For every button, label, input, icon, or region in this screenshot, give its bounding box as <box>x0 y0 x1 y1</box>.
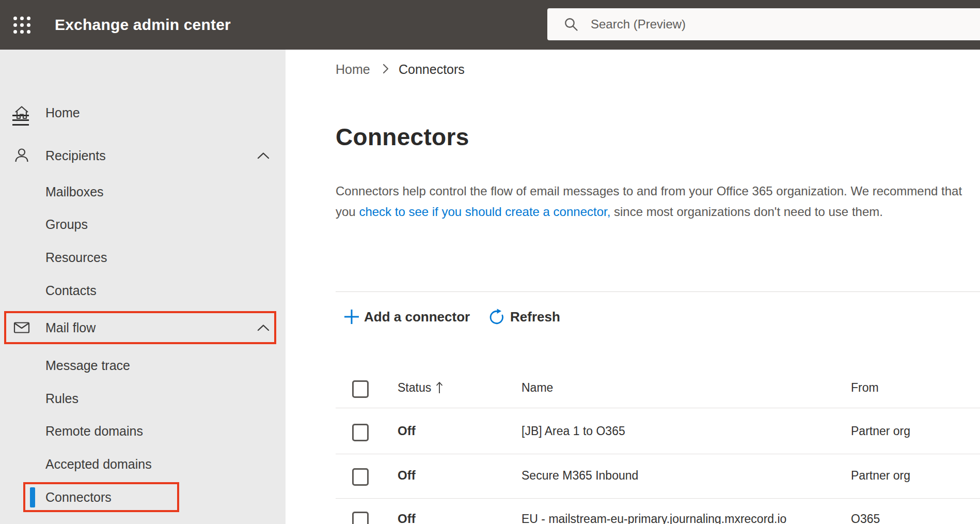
sidebar-item-resources[interactable]: Resources <box>0 244 286 270</box>
page-title: Connectors <box>336 123 469 151</box>
sidebar-item-rules[interactable]: Rules <box>0 386 286 411</box>
sidebar-item-groups[interactable]: Groups <box>0 211 286 237</box>
breadcrumb-chevron-icon <box>382 63 389 74</box>
plus-icon <box>343 309 360 325</box>
sidebar-item-connectors[interactable]: Connectors <box>0 484 286 510</box>
connector-from: Partner org <box>851 468 910 483</box>
sidebar-item-accepted-domains[interactable]: Accepted domains <box>0 451 286 477</box>
top-bar: Exchange admin center <box>0 0 980 50</box>
selected-item-indicator <box>30 487 35 507</box>
chevron-up-icon[interactable] <box>257 324 270 331</box>
sidebar-item-home[interactable]: Home <box>0 100 286 126</box>
app-launcher-waffle-icon[interactable] <box>10 13 33 36</box>
column-header-status[interactable]: Status <box>398 380 431 395</box>
sidebar-item-contacts[interactable]: Contacts <box>0 278 286 303</box>
add-connector-button[interactable]: Add a connector <box>364 309 470 325</box>
sidebar-item-recipients[interactable]: Recipients <box>0 143 286 168</box>
search-icon <box>564 17 578 32</box>
row-checkbox[interactable] <box>352 424 369 441</box>
connector-name[interactable]: [JB] Area 1 to O365 <box>521 423 625 439</box>
sidebar-item-mail-flow[interactable]: Mail flow <box>0 315 286 341</box>
connector-from: O365 <box>851 511 880 524</box>
global-search-box[interactable] <box>547 8 980 40</box>
row-checkbox[interactable] <box>352 512 369 524</box>
refresh-icon <box>488 309 505 325</box>
row-divider <box>336 498 980 499</box>
connector-name[interactable]: EU - mailstream-eu-primary.journaling.mx… <box>521 511 786 524</box>
row-divider <box>336 454 980 454</box>
connector-status: Off <box>398 468 416 483</box>
search-input[interactable] <box>590 17 980 32</box>
exchange-admin-center-window: Exchange admin center Home Recipients <box>0 0 980 524</box>
person-icon <box>13 147 30 164</box>
connector-status: Off <box>398 423 416 439</box>
breadcrumb-current: Connectors <box>399 62 465 76</box>
sort-ascending-arrow-icon <box>435 381 444 394</box>
page-description: Connectors help control the flow of emai… <box>336 181 967 222</box>
row-checkbox[interactable] <box>352 468 369 486</box>
column-header-name[interactable]: Name <box>521 380 553 395</box>
mail-icon <box>13 319 30 336</box>
connector-status: Off <box>398 511 416 524</box>
breadcrumb-home-link[interactable]: Home <box>336 62 370 76</box>
sidebar-item-mailboxes[interactable]: Mailboxes <box>0 179 286 205</box>
column-header-from[interactable]: From <box>851 380 879 395</box>
chevron-up-icon[interactable] <box>257 152 270 159</box>
home-icon <box>13 104 30 121</box>
connector-from: Partner org <box>851 423 910 439</box>
create-connector-check-link[interactable]: check to see if you should create a conn… <box>359 205 610 219</box>
refresh-button[interactable]: Refresh <box>510 309 560 325</box>
sidebar-item-message-trace[interactable]: Message trace <box>0 352 286 378</box>
connector-name[interactable]: Secure M365 Inbound <box>521 468 638 483</box>
row-divider <box>336 408 980 408</box>
select-all-checkbox[interactable] <box>352 380 369 398</box>
app-title: Exchange admin center <box>55 0 231 50</box>
description-text: since most organizations don't need to u… <box>610 205 883 219</box>
sidebar-item-remote-domains[interactable]: Remote domains <box>0 418 286 444</box>
toolbar-divider <box>336 291 980 292</box>
